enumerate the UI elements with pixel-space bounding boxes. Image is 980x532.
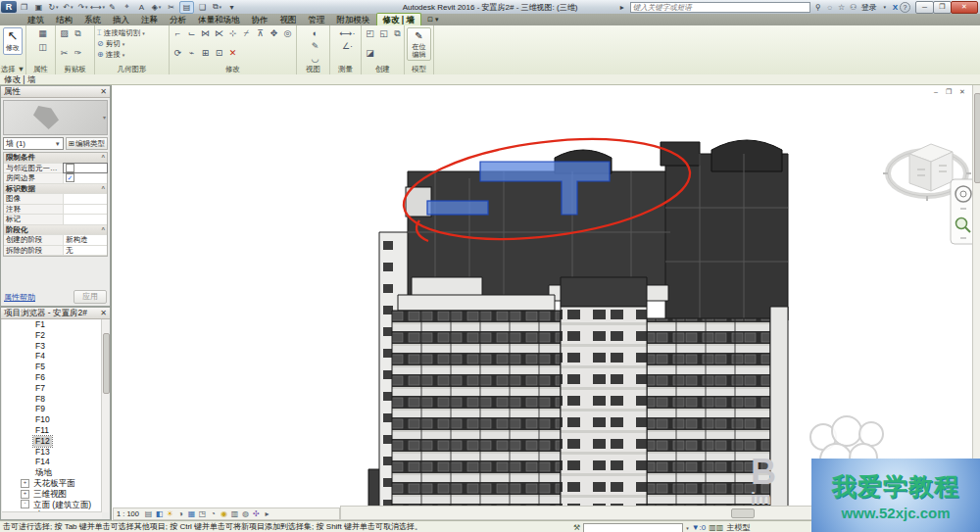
detail-level-icon[interactable]: ▤ [143, 509, 154, 519]
text-icon[interactable]: A [135, 2, 148, 13]
editable-only-icons[interactable]: ▥▥ [709, 522, 723, 532]
browser-item-F2[interactable]: F2 [2, 330, 102, 341]
browser-item-F7[interactable]: F7 [2, 383, 102, 394]
scale-button[interactable]: 1 : 100 [117, 509, 139, 518]
favorites-icon[interactable]: ☆ [836, 3, 848, 12]
sync-icon[interactable]: ↻▾ [47, 2, 60, 13]
align-icon[interactable]: ⌐ [172, 27, 184, 39]
browser-item-天花板平面[interactable]: +天花板平面 [2, 478, 102, 489]
copy-icon[interactable]: ◎ [281, 27, 294, 39]
cut-profile-icon[interactable]: ◡ [309, 53, 321, 65]
worksharing-display-icon[interactable]: ◍ [240, 509, 251, 519]
search-icon[interactable]: ⚲ [812, 3, 824, 12]
detail-line-icon[interactable]: ✎ [106, 2, 119, 13]
linework-icon[interactable]: ✎ [309, 40, 321, 52]
application-menu-button[interactable]: R [1, 1, 17, 13]
select-panel-label[interactable]: 选择 ▼ [0, 65, 25, 74]
pin-icon[interactable]: ⊼ [254, 27, 267, 39]
window-icon[interactable]: ▥ [709, 523, 716, 532]
move-icon[interactable]: ✥ [268, 27, 280, 39]
project-browser-title[interactable]: 项目浏览器 - 安置房2# ✕ [1, 308, 110, 319]
properties-icon[interactable]: ▦ [36, 27, 49, 39]
browser-scrollbar[interactable] [101, 319, 109, 512]
redo-icon[interactable]: ↷▾ [76, 2, 89, 13]
extend-icon[interactable]: ⊹ [226, 27, 239, 39]
tab-addins[interactable]: 附加模块 [331, 14, 376, 25]
edit-in-place-button[interactable]: ✎ 在位编辑 [407, 27, 431, 61]
property-section[interactable]: 限制条件˄ [4, 153, 107, 164]
tab-structure[interactable]: 结构 [50, 14, 78, 25]
properties-palette-title[interactable]: 属性 ✕ [1, 86, 110, 98]
tab-view[interactable]: 视图 [274, 14, 303, 25]
trim-icon[interactable]: ⌁ [185, 47, 198, 59]
collapse-icon[interactable]: ˄ [101, 184, 105, 194]
browser-item-F10[interactable]: F10 [2, 414, 102, 425]
restore-button[interactable]: ❐ [933, 1, 952, 14]
expander-icon[interactable]: + [21, 479, 29, 488]
property-value[interactable]: 新构造 [64, 235, 107, 245]
sun-path-icon[interactable]: ☀ [165, 509, 175, 519]
window-icon[interactable]: ▥ [716, 523, 724, 532]
sign-in-button[interactable]: 登录 [861, 2, 877, 13]
property-value[interactable]: 无 [64, 246, 107, 256]
create-similar-icon[interactable]: ◪ [364, 47, 376, 59]
active-workset-select[interactable] [583, 523, 683, 532]
property-value[interactable] [64, 215, 107, 224]
default-3d-view-icon[interactable]: ◈▾ [150, 2, 163, 13]
browser-item-F3[interactable]: F3 [2, 341, 102, 352]
type-selector[interactable]: 墙 (1) ▼ [3, 137, 64, 150]
collapse-icon[interactable]: ˄ [101, 153, 105, 163]
tab-insert[interactable]: 插入 [107, 14, 135, 25]
tab-analyze[interactable]: 分析 [164, 14, 192, 25]
close-hidden-windows-icon[interactable]: ❏ [196, 2, 209, 13]
edit-type-button[interactable]: ⊞ 编辑类型 [66, 137, 108, 150]
close-button[interactable]: ✕ [951, 1, 978, 14]
analysis-display-icon[interactable]: ✣ [251, 509, 262, 519]
visual-style-icon[interactable]: ◧ [154, 509, 165, 519]
browser-item-F13[interactable]: F13 [2, 447, 102, 458]
communication-center-icon[interactable]: ◌ [824, 3, 836, 12]
browser-item-F1[interactable]: F1 [2, 319, 102, 330]
property-section[interactable]: 标识数据˄ [4, 184, 107, 195]
crop-view-icon[interactable]: ▦ [186, 509, 197, 519]
browser-item-F6[interactable]: F6 [2, 372, 102, 383]
browser-hscrollbar[interactable] [2, 511, 102, 518]
measure-between-refs-icon[interactable]: ⟷· [341, 27, 354, 39]
close-icon[interactable]: ✕ [100, 309, 107, 317]
mirror-draw-axis-icon[interactable]: ⋉ [213, 27, 225, 39]
browser-item-三维视图[interactable]: +三维视图 [2, 489, 102, 500]
temporary-view-properties-icon[interactable]: ▥ [229, 509, 240, 519]
tab-annotate[interactable]: 注释 [135, 14, 164, 25]
temporary-hide-isolate-icon[interactable]: ◔ [208, 509, 219, 519]
array-icon[interactable]: ⊞ [199, 47, 212, 59]
search-input[interactable] [630, 2, 810, 13]
minimize-button[interactable]: ─ [915, 1, 934, 14]
more-icon[interactable]: ▸ [262, 509, 272, 519]
view-window-controls[interactable]: ‒ ❐ ✕ [934, 88, 968, 96]
checkbox[interactable] [66, 164, 74, 172]
sign-in-icon[interactable]: ⚇ [848, 3, 859, 12]
modify-state-button[interactable]: ⊡ ▾ [427, 14, 438, 25]
measure-along-element-icon[interactable]: ∠· [341, 40, 354, 52]
mirror-pick-axis-icon[interactable]: ⋈ [199, 27, 212, 39]
switch-windows-icon[interactable]: ⧉▾ [211, 2, 223, 13]
save-icon[interactable]: ▣ [32, 2, 45, 13]
reveal-hidden-elements-icon[interactable]: ◉ [219, 509, 229, 519]
worksets-icon[interactable]: ⚒ [573, 522, 580, 532]
cut-icon[interactable]: ✂ [58, 47, 71, 59]
tab-modify-wall[interactable]: 修改 | 墙 [376, 13, 422, 25]
property-value[interactable] [64, 164, 107, 173]
rotate-icon[interactable]: ⟳ [172, 47, 184, 59]
apply-button[interactable]: 应用 [74, 290, 107, 304]
shadows-icon[interactable]: ◑ [175, 509, 186, 519]
thin-lines-icon[interactable]: ▤ [179, 1, 194, 14]
tab-collaborate[interactable]: 协作 [246, 14, 274, 25]
section-icon[interactable]: ✂ [165, 2, 177, 13]
chevron-down-icon[interactable]: ▾ [686, 522, 689, 532]
cut-button[interactable]: ⊘剪切▾ [97, 38, 124, 49]
delete-icon[interactable]: ✕ [226, 47, 239, 59]
tag-icon[interactable]: ⌖ [121, 2, 133, 13]
property-section[interactable]: 阶段化˄ [4, 225, 107, 236]
create-group-icon[interactable]: ⧉ [391, 27, 404, 39]
collapse-icon[interactable]: ˄ [101, 225, 105, 235]
